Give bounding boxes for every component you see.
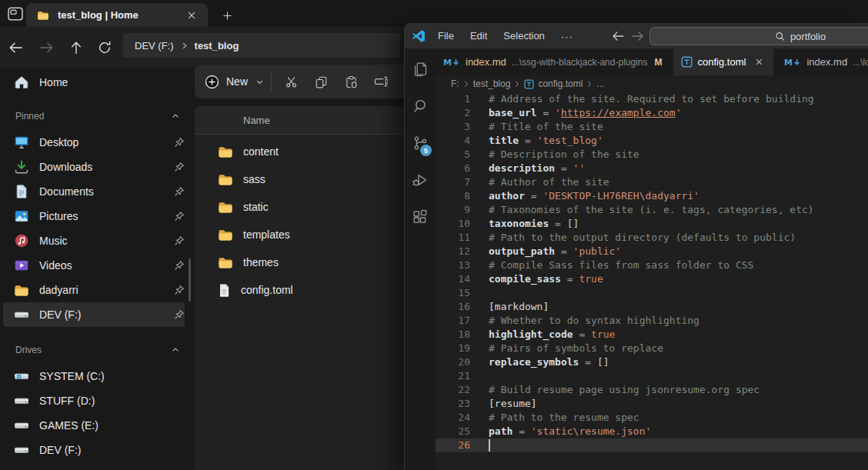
code-line-19[interactable]: 19# Pairs of symbols to replace bbox=[436, 342, 868, 355]
tab-close-button[interactable] bbox=[183, 7, 200, 24]
code-line-25[interactable]: 25path = 'static\resume.json' bbox=[436, 425, 868, 438]
code-editor[interactable]: 1# Address of the site. Required to set … bbox=[436, 92, 868, 470]
activity-bar: 5 bbox=[405, 48, 436, 470]
tab-close-icon[interactable] bbox=[752, 55, 766, 69]
code-line-9[interactable]: 9# Taxonomies of the site (i. e. tags, c… bbox=[436, 203, 868, 217]
code-line-18[interactable]: 18highlight_code = true bbox=[436, 328, 868, 342]
folder-icon bbox=[37, 10, 49, 21]
up-button[interactable] bbox=[65, 37, 88, 58]
code-line-26[interactable]: 26 bbox=[436, 438, 868, 452]
editor-tab-index-md-2[interactable]: Mindex.md...\login bbox=[776, 48, 868, 75]
sidebar-item-dev-f[interactable]: DEV (F:) bbox=[3, 438, 185, 462]
tab-list-icon[interactable] bbox=[8, 7, 23, 21]
forward-button[interactable] bbox=[35, 37, 58, 58]
back-button[interactable] bbox=[4, 37, 27, 58]
address-segment-folder[interactable]: test_blog bbox=[195, 40, 239, 52]
rename-button[interactable] bbox=[367, 68, 395, 95]
editor-tab-config-toml-1[interactable]: config.toml bbox=[673, 48, 774, 75]
sidebar-item-home[interactable]: Home bbox=[3, 70, 185, 95]
sidebar-item-label: Videos bbox=[39, 259, 174, 272]
column-header-name[interactable]: Name bbox=[243, 115, 270, 126]
code-line-3[interactable]: 3# Title of the site bbox=[436, 120, 868, 134]
breadcrumb-segment[interactable]: F: bbox=[451, 78, 459, 89]
sidebar-item-dev-f[interactable]: DEV (F:) bbox=[3, 302, 185, 327]
breadcrumb-segment[interactable]: ... bbox=[596, 78, 604, 89]
go-forward-button[interactable] bbox=[628, 28, 648, 45]
sidebar-item-label: GAMES (E:) bbox=[39, 419, 185, 432]
source-control-icon[interactable]: 5 bbox=[405, 125, 436, 162]
sidebar-item-music[interactable]: Music bbox=[3, 228, 185, 253]
code-line-17[interactable]: 17# Whether to do syntax highlighting bbox=[436, 314, 868, 328]
line-number: 4 bbox=[436, 134, 470, 148]
line-number: 14 bbox=[436, 272, 470, 286]
line-text: highlight_code = true bbox=[489, 328, 615, 342]
code-line-11[interactable]: 11# Path to the output directory (defaul… bbox=[436, 231, 868, 245]
code-line-13[interactable]: 13# Compile Sass files from sass folder … bbox=[436, 258, 868, 272]
code-line-2[interactable]: 2base_url = 'https://example.com' bbox=[436, 106, 868, 120]
sidebar-section-header-drives[interactable]: Drives bbox=[15, 341, 180, 359]
sidebar-item-videos[interactable]: Videos bbox=[3, 253, 185, 278]
breadcrumb-segment[interactable]: test_blog bbox=[473, 78, 511, 89]
breadcrumb-segment[interactable]: config.toml bbox=[538, 78, 583, 89]
code-line-8[interactable]: 8author = 'DESKTOP-LH76REH\dadyarri' bbox=[436, 189, 868, 203]
code-line-1[interactable]: 1# Address of the site. Required to set … bbox=[436, 92, 868, 106]
file-icon bbox=[218, 283, 231, 298]
code-line-23[interactable]: 23[resume] bbox=[436, 397, 868, 411]
code-line-14[interactable]: 14compile_sass = true bbox=[436, 272, 868, 286]
pin-icon bbox=[174, 285, 185, 295]
sidebar-item-games-e[interactable]: GAMES (E:) bbox=[3, 413, 185, 438]
code-line-4[interactable]: 4title = 'test_blog' bbox=[436, 134, 868, 148]
editor-tab-index-md-0[interactable]: Mindex.md...\ssg-with-blackjack-and-plug… bbox=[436, 48, 670, 75]
code-line-10[interactable]: 10taxonomies = [] bbox=[436, 217, 868, 231]
menu-selection[interactable]: Selection bbox=[496, 30, 551, 42]
drive-icon bbox=[14, 393, 29, 408]
sidebar-section-header-pinned[interactable]: Pinned bbox=[15, 107, 180, 125]
sidebar-scrollbar[interactable] bbox=[189, 258, 191, 302]
command-center-search[interactable]: portfolio bbox=[649, 27, 868, 45]
line-number: 26 bbox=[436, 438, 470, 452]
sidebar-item-system-c[interactable]: SYSTEM (C:) bbox=[3, 364, 185, 388]
music-icon bbox=[14, 233, 29, 248]
address-bar[interactable]: DEV (F:) test_blog bbox=[123, 33, 400, 58]
sidebar-item-pictures[interactable]: Pictures bbox=[3, 204, 185, 228]
documents-icon bbox=[14, 184, 29, 199]
run-debug-icon[interactable] bbox=[405, 162, 436, 198]
sidebar-item-documents[interactable]: Documents bbox=[3, 179, 185, 204]
line-number: 9 bbox=[436, 203, 470, 217]
explorer-tab[interactable]: test_blog | Home bbox=[26, 3, 208, 27]
code-line-6[interactable]: 6description = '' bbox=[436, 162, 868, 175]
code-line-20[interactable]: 20replace_symbols = [] bbox=[436, 355, 868, 369]
refresh-button[interactable] bbox=[93, 37, 116, 58]
sidebar-item-stuff-d[interactable]: STUFF (D:) bbox=[3, 388, 185, 413]
search-sidebar-icon[interactable] bbox=[405, 88, 436, 125]
menu-more-button[interactable]: ··· bbox=[554, 31, 580, 42]
cut-button[interactable] bbox=[277, 68, 305, 95]
menu-edit[interactable]: Edit bbox=[463, 30, 494, 42]
tab-description: ...\login bbox=[853, 57, 868, 68]
new-button[interactable]: New bbox=[205, 75, 264, 89]
code-line-7[interactable]: 7# Author of the site bbox=[436, 175, 868, 189]
sidebar-item-label: DEV (F:) bbox=[39, 444, 185, 456]
menu-file[interactable]: File bbox=[431, 30, 461, 42]
code-line-5[interactable]: 5# Description of the site bbox=[436, 148, 868, 162]
code-line-24[interactable]: 24# Path to the resume spec bbox=[436, 411, 868, 425]
code-line-22[interactable]: 22# Build resume page using jsonresume.o… bbox=[436, 383, 868, 397]
sidebar-item-label: SYSTEM (C:) bbox=[39, 370, 185, 382]
extensions-icon[interactable] bbox=[405, 198, 436, 235]
new-tab-button[interactable] bbox=[217, 6, 237, 25]
pin-icon bbox=[174, 235, 185, 246]
address-segment-drive[interactable]: DEV (F:) bbox=[135, 40, 174, 52]
paste-button[interactable] bbox=[337, 68, 365, 95]
code-line-16[interactable]: 16[markdown] bbox=[436, 300, 868, 314]
go-back-button[interactable] bbox=[608, 28, 628, 45]
code-line-12[interactable]: 12output_path = 'public' bbox=[436, 245, 868, 258]
line-text: author = 'DESKTOP-LH76REH\dadyarri' bbox=[489, 189, 699, 203]
code-line-15[interactable]: 15 bbox=[436, 286, 868, 300]
explorer-icon[interactable] bbox=[405, 51, 436, 88]
sidebar-item-dadyarri[interactable]: dadyarri bbox=[3, 278, 185, 302]
sidebar-item-downloads[interactable]: Downloads bbox=[3, 155, 185, 179]
command-bar-separator bbox=[271, 72, 272, 91]
sidebar-item-desktop[interactable]: Desktop bbox=[3, 130, 185, 155]
copy-button[interactable] bbox=[307, 68, 335, 95]
code-line-21[interactable]: 21 bbox=[436, 369, 868, 383]
